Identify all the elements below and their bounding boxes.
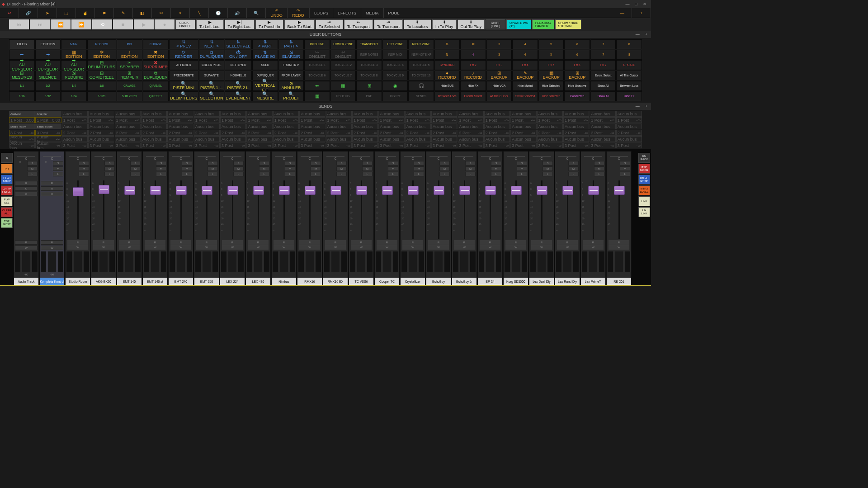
strip-name[interactable]: Audio Track: [14, 278, 38, 285]
user-btn[interactable]: INFO LINE: [304, 39, 330, 49]
mixer-side-btn[interactable]: LINK: [638, 196, 650, 206]
strip-name[interactable]: EMT 140: [117, 278, 142, 285]
user-btn[interactable]: ✲EDITION: [87, 50, 117, 60]
send-slot[interactable]: Aucun bus: [115, 123, 141, 129]
strip-btn-M[interactable]: M: [79, 166, 89, 171]
locator-btn-4[interactable]: ⇥To Selected: [316, 19, 343, 29]
strip-btn-L[interactable]: L: [130, 172, 141, 176]
send-slot[interactable]: Aucun bus: [378, 111, 404, 117]
collapse-icon[interactable]: —: [613, 8, 632, 18]
user-btn[interactable]: 🔍PISTES 1 L.: [199, 81, 225, 91]
strip-name[interactable]: Korg SD3000: [504, 278, 528, 285]
send-slot[interactable]: 2 Post-∞: [590, 130, 615, 136]
strip-btn-S[interactable]: S: [259, 161, 269, 166]
user-btn[interactable]: 1/1: [9, 81, 35, 91]
pan-control[interactable]: C: [66, 152, 90, 161]
add-section-icon[interactable]: +: [645, 31, 647, 38]
tab-media[interactable]: MEDIA: [361, 8, 383, 18]
strip-btn-W[interactable]: W: [428, 245, 449, 250]
pan-control[interactable]: C: [40, 152, 64, 161]
send-slot[interactable]: Aucun bus: [537, 111, 563, 117]
user-btn[interactable]: 1/8: [87, 81, 117, 91]
send-slot[interactable]: 2 Post-∞: [431, 130, 457, 136]
send-slot[interactable]: Aucun bus: [194, 123, 220, 129]
user-btn[interactable]: 6: [564, 39, 590, 49]
send-slot[interactable]: 3 Post-∞: [537, 142, 563, 148]
strip-btn-M[interactable]: M: [104, 166, 115, 171]
strip-name[interactable]: Nimbus: [272, 278, 296, 285]
strip-btn-L[interactable]: L: [156, 172, 166, 176]
send-slot[interactable]: 3 Post-∞: [484, 142, 510, 148]
user-btn[interactable]: TO CYCLE 10: [408, 71, 434, 81]
pan-control[interactable]: C: [504, 152, 528, 161]
send-slot[interactable]: Aucun bus: [62, 136, 88, 142]
strip-btn-S[interactable]: S: [104, 161, 115, 166]
send-slot[interactable]: 1 Post-∞: [62, 117, 88, 123]
user-btn[interactable]: ✲: [460, 39, 486, 49]
strip-btn-W[interactable]: W: [583, 245, 604, 250]
user-btn[interactable]: At The Cursor: [486, 91, 512, 101]
strip-btn-W[interactable]: W: [609, 245, 629, 250]
user-btn[interactable]: ➡AU CURSEUR: [61, 60, 87, 70]
user-btn[interactable]: Events Select: [460, 91, 486, 101]
strip-btn-W[interactable]: W: [299, 245, 320, 250]
fader[interactable]: 6051015203040∞: [478, 179, 502, 239]
user-btn[interactable]: UPDATE: [616, 60, 642, 70]
user-btn[interactable]: Hide Muted: [512, 81, 538, 91]
user-btn[interactable]: SUR ZERO: [117, 91, 142, 101]
tab-effects[interactable]: EFFECTS: [333, 8, 361, 18]
send-slot[interactable]: 2 Post-∞: [616, 130, 642, 136]
send-slot[interactable]: Aucun bus: [326, 123, 352, 129]
user-btn[interactable]: Fix 4: [512, 60, 538, 70]
user-btn[interactable]: SUIVANTE: [199, 71, 225, 81]
shift-button[interactable]: SHIFT (FINE): [486, 19, 505, 29]
send-slot[interactable]: Aucun bus: [616, 136, 642, 142]
send-slot[interactable]: 1 Post-∞: [141, 117, 167, 123]
user-btn[interactable]: Show All: [590, 91, 616, 101]
user-btn[interactable]: 🔍PROJET: [278, 91, 304, 101]
strip-btn-M[interactable]: M: [491, 166, 501, 171]
strip-btn-M[interactable]: M: [53, 166, 63, 171]
send-slot[interactable]: Aucun bus: [378, 136, 404, 142]
strip-btn-L[interactable]: L: [517, 172, 527, 176]
strip-btn-S[interactable]: S: [542, 161, 553, 166]
user-btn[interactable]: Q PANEL: [143, 81, 169, 91]
user-btn[interactable]: ⇅PLAGE I/O: [252, 50, 278, 60]
send-slot[interactable]: Aucun bus: [88, 136, 114, 142]
send-slot[interactable]: Aucun bus: [167, 136, 193, 142]
strip-name[interactable]: EchoBoy: [426, 278, 451, 285]
transport-btn-6[interactable]: ▶: [134, 19, 154, 29]
user-btn[interactable]: ⊟DELIMITEURS: [87, 60, 117, 70]
user-btn[interactable]: 🔍SELECTION: [199, 91, 225, 101]
user-btn[interactable]: PRE: [356, 91, 382, 101]
transport-btn-5[interactable]: ■: [113, 19, 133, 29]
fader[interactable]: 6051015203040∞: [401, 179, 425, 239]
mixer-side-btn[interactable]: PH: [1, 164, 13, 174]
strip-name[interactable]: RE-201: [607, 278, 631, 285]
close-icon[interactable]: ✕: [643, 2, 646, 6]
strip-btn-M[interactable]: M: [27, 166, 38, 171]
user-btn[interactable]: ⇲REDUIRE: [61, 71, 87, 81]
send-slot[interactable]: Aucun bus: [537, 123, 563, 129]
strip-btn-L[interactable]: L: [388, 172, 398, 176]
pencil-icon[interactable]: ✎: [114, 8, 133, 18]
strip-btn-W[interactable]: W: [222, 245, 243, 250]
strip-name[interactable]: EMT 250: [194, 278, 219, 285]
strip-btn-S[interactable]: S: [388, 161, 398, 166]
send-slot[interactable]: Aucun bus: [62, 123, 88, 129]
user-btn[interactable]: 1/2: [35, 81, 61, 91]
strip-btn-S[interactable]: S: [233, 161, 244, 166]
user-btn[interactable]: ⟳RENDER: [169, 50, 198, 60]
user-btn[interactable]: 6: [564, 50, 590, 60]
user-btn[interactable]: 🔍DELIMITEURS: [169, 91, 198, 101]
add-icon[interactable]: +: [632, 8, 651, 18]
send-slot[interactable]: 2 Post-∞: [273, 130, 299, 136]
strip-name[interactable]: Crystallizer: [401, 278, 425, 285]
strip-btn-M[interactable]: M: [362, 166, 373, 171]
fader[interactable]: 6051015203040∞: [349, 179, 373, 239]
pan-control[interactable]: C: [426, 152, 451, 161]
send-slot[interactable]: 2 Post-∞: [88, 130, 114, 136]
send-slot[interactable]: Aucun bus: [510, 111, 536, 117]
user-btn[interactable]: ⊞BACKUP: [564, 71, 590, 81]
hand-icon[interactable]: ☝: [76, 8, 95, 18]
